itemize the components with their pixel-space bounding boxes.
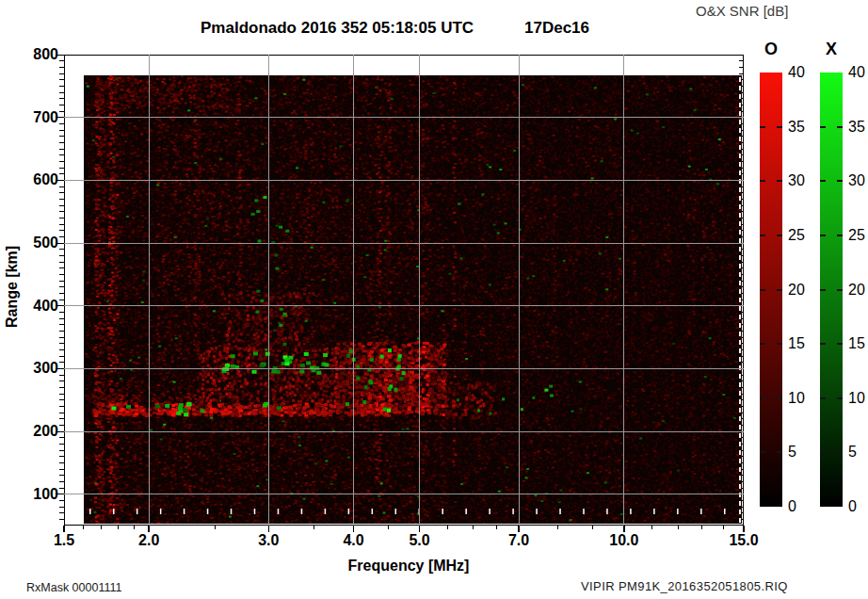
- colorbar-tick-label: 25: [788, 227, 816, 244]
- y-minor-tick: [59, 98, 64, 99]
- y-minor-tick: [59, 142, 64, 143]
- y-tick-label: 300: [19, 359, 58, 378]
- y-minor-tick: [59, 387, 64, 388]
- y-minor-tick: [59, 375, 64, 376]
- y-minor-tick: [59, 362, 64, 363]
- y-tick-label: 800: [19, 45, 58, 64]
- colorbar-tick-label: 40: [788, 64, 816, 81]
- plot-title: Pmaldonado 2016 352 05:18:05 UTC: [201, 19, 474, 38]
- gridline-horizontal: [64, 494, 744, 494]
- colorbar-tick-label: 15: [848, 335, 868, 352]
- y-minor-tick: [59, 380, 64, 381]
- y-minor-tick: [59, 173, 64, 174]
- y-tick-label: 100: [19, 485, 58, 504]
- colorbar-tick-label: 35: [788, 119, 816, 136]
- x-minor-tick: [215, 526, 216, 529]
- x-minor-tick: [592, 526, 593, 529]
- x-tick-label: 10.0: [602, 531, 647, 550]
- colorbar-tick-label: 5: [848, 444, 868, 461]
- y-minor-tick: [59, 481, 64, 482]
- x-major-tick: [268, 526, 270, 532]
- y-minor-tick: [59, 444, 64, 445]
- x-tick-label: 5.0: [397, 531, 442, 550]
- x-tick-label: 15.0: [721, 531, 766, 550]
- x-major-tick: [63, 526, 65, 532]
- colorbar-tick-dash: [777, 180, 782, 182]
- y-minor-tick: [59, 79, 64, 80]
- x-minor-tick: [134, 526, 135, 529]
- y-minor-tick: [59, 312, 64, 313]
- y-minor-tick: [59, 149, 64, 150]
- y-minor-tick: [59, 418, 64, 419]
- y-minor-tick: [59, 475, 64, 476]
- y-minor-tick: [59, 262, 64, 263]
- colorbar-tick-label: 30: [848, 172, 868, 189]
- y-minor-tick: [59, 255, 64, 256]
- y-minor-tick: [59, 274, 64, 275]
- x-minor-tick: [118, 526, 119, 529]
- y-major-tick: [56, 243, 64, 244]
- gridline-horizontal: [64, 368, 744, 369]
- y-minor-tick: [59, 356, 64, 357]
- y-minor-tick: [59, 500, 64, 501]
- colorbar-tick-dash: [760, 289, 765, 291]
- colorbar-tick-dash: [777, 451, 782, 453]
- y-minor-tick: [59, 437, 64, 438]
- gridline-horizontal: [64, 431, 744, 432]
- colorbar-tick-label: 20: [788, 282, 816, 299]
- y-minor-tick: [59, 349, 64, 350]
- y-minor-tick: [59, 130, 64, 131]
- x-minor-tick: [651, 526, 652, 529]
- x-tick-label: 7.0: [496, 531, 541, 550]
- gridline-vertical: [419, 55, 420, 526]
- gridline-horizontal: [64, 180, 744, 181]
- y-minor-tick: [59, 488, 64, 489]
- x-major-tick: [148, 526, 150, 532]
- colorbar-tick-label: 5: [788, 444, 816, 461]
- y-minor-tick: [59, 86, 64, 87]
- y-minor-tick: [59, 324, 64, 325]
- colorbar-header-O: O: [760, 40, 782, 59]
- y-minor-tick-right: [739, 67, 744, 68]
- y-minor-tick: [59, 73, 64, 74]
- colorbar-tick-label: 40: [848, 64, 868, 81]
- y-minor-tick: [59, 512, 64, 513]
- footer-rxmask: RxMask 00001111: [26, 581, 121, 594]
- y-minor-tick: [59, 168, 64, 169]
- y-major-tick: [56, 431, 64, 432]
- x-minor-tick: [447, 526, 448, 529]
- ionogram-screenshot: Pmaldonado 2016 352 05:18:05 UTC 17Dec16…: [0, 0, 868, 599]
- colorbar-tick-dash: [820, 126, 826, 128]
- y-minor-tick: [59, 67, 64, 68]
- gridline-vertical: [519, 55, 520, 526]
- y-minor-tick: [59, 224, 64, 225]
- y-tick-label: 400: [19, 297, 58, 316]
- x-tick-label: 4.0: [331, 531, 377, 550]
- colorbar-tick-dash: [820, 235, 826, 236]
- colorbar-tick-dash: [760, 180, 765, 182]
- x-major-tick: [419, 526, 421, 532]
- y-minor-tick: [59, 60, 64, 61]
- y-minor-tick: [59, 413, 64, 413]
- colorbar-tick-dash: [820, 180, 826, 182]
- y-minor-tick: [59, 205, 64, 206]
- y-major-tick: [56, 305, 64, 306]
- y-minor-tick: [59, 343, 64, 344]
- y-minor-tick: [59, 211, 64, 212]
- y-minor-tick: [59, 318, 64, 319]
- plot-date: 17Dec16: [524, 19, 589, 38]
- y-minor-tick: [59, 123, 64, 124]
- y-major-tick: [56, 117, 64, 118]
- x-minor-tick: [313, 526, 314, 529]
- y-minor-tick: [59, 267, 64, 268]
- y-minor-tick: [59, 286, 64, 287]
- y-tick-label: 700: [19, 108, 58, 127]
- y-minor-tick: [59, 230, 64, 231]
- x-minor-tick: [723, 526, 724, 529]
- colorbar-tick-dash: [777, 126, 782, 128]
- colorbar-tick-dash: [777, 235, 782, 236]
- y-tick-label: 500: [19, 234, 58, 252]
- colorbar-tick-dash: [820, 397, 826, 399]
- colorbar-tick-dash: [820, 289, 826, 291]
- colorbar-tick-dash: [760, 451, 765, 453]
